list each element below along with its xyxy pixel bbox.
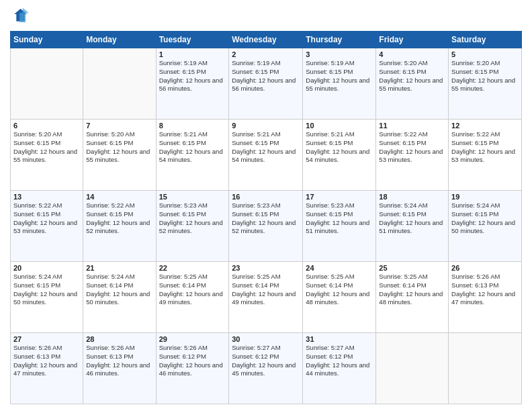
calendar-cell: 17Sunrise: 5:23 AM Sunset: 6:15 PM Dayli…: [303, 191, 376, 262]
calendar-cell: 11Sunrise: 5:22 AM Sunset: 6:15 PM Dayli…: [376, 120, 449, 191]
calendar-cell: 22Sunrise: 5:25 AM Sunset: 6:14 PM Dayli…: [156, 262, 229, 333]
day-number: 11: [379, 122, 445, 130]
calendar-week: 13Sunrise: 5:22 AM Sunset: 6:15 PM Dayli…: [11, 191, 522, 262]
day-number: 1: [159, 50, 226, 58]
day-info: Sunrise: 5:24 AM Sunset: 6:15 PM Dayligh…: [379, 201, 445, 236]
day-info: Sunrise: 5:25 AM Sunset: 6:14 PM Dayligh…: [379, 273, 445, 307]
day-number: 17: [306, 193, 373, 201]
calendar-cell: 7Sunrise: 5:20 AM Sunset: 6:15 PM Daylig…: [83, 120, 156, 191]
calendar-cell: 18Sunrise: 5:24 AM Sunset: 6:15 PM Dayli…: [376, 191, 449, 262]
day-number: 21: [86, 264, 152, 272]
day-number: 5: [451, 50, 519, 58]
calendar-cell: 15Sunrise: 5:23 AM Sunset: 6:15 PM Dayli…: [156, 191, 229, 262]
calendar-cell: 23Sunrise: 5:25 AM Sunset: 6:14 PM Dayli…: [229, 262, 303, 333]
day-info: Sunrise: 5:23 AM Sunset: 6:15 PM Dayligh…: [232, 201, 300, 236]
calendar-cell: 20Sunrise: 5:24 AM Sunset: 6:15 PM Dayli…: [11, 262, 83, 333]
day-number: 14: [86, 193, 152, 201]
page: SundayMondayTuesdayWednesdayThursdayFrid…: [0, 0, 532, 411]
day-number: 23: [232, 264, 300, 272]
day-info: Sunrise: 5:24 AM Sunset: 6:15 PM Dayligh…: [13, 273, 80, 307]
weekday-header: Tuesday: [156, 32, 229, 48]
day-number: 8: [159, 122, 226, 130]
day-number: 9: [232, 122, 300, 130]
calendar-header: SundayMondayTuesdayWednesdayThursdayFrid…: [11, 32, 522, 48]
weekday-header: Friday: [376, 32, 449, 48]
calendar-cell: 12Sunrise: 5:22 AM Sunset: 6:15 PM Dayli…: [449, 120, 522, 191]
day-info: Sunrise: 5:21 AM Sunset: 6:15 PM Dayligh…: [159, 130, 226, 165]
day-info: Sunrise: 5:21 AM Sunset: 6:15 PM Dayligh…: [306, 130, 373, 165]
calendar-cell: 13Sunrise: 5:22 AM Sunset: 6:15 PM Dayli…: [11, 191, 83, 262]
day-info: Sunrise: 5:25 AM Sunset: 6:14 PM Dayligh…: [159, 273, 226, 307]
day-info: Sunrise: 5:25 AM Sunset: 6:14 PM Dayligh…: [306, 273, 373, 307]
calendar-cell: 21Sunrise: 5:24 AM Sunset: 6:14 PM Dayli…: [83, 262, 156, 333]
day-info: Sunrise: 5:26 AM Sunset: 6:13 PM Dayligh…: [451, 273, 519, 307]
calendar-cell: [449, 333, 522, 404]
calendar-cell: 27Sunrise: 5:26 AM Sunset: 6:13 PM Dayli…: [11, 333, 83, 404]
day-info: Sunrise: 5:23 AM Sunset: 6:15 PM Dayligh…: [306, 201, 373, 236]
day-number: 15: [159, 193, 226, 201]
calendar-cell: [376, 333, 449, 404]
header: [10, 7, 522, 26]
day-number: 6: [13, 122, 80, 130]
day-info: Sunrise: 5:19 AM Sunset: 6:15 PM Dayligh…: [232, 59, 300, 93]
day-info: Sunrise: 5:26 AM Sunset: 6:13 PM Dayligh…: [13, 344, 80, 378]
calendar-cell: 28Sunrise: 5:26 AM Sunset: 6:13 PM Dayli…: [83, 333, 156, 404]
day-number: 26: [451, 264, 519, 272]
day-number: 4: [379, 50, 445, 58]
day-info: Sunrise: 5:25 AM Sunset: 6:14 PM Dayligh…: [232, 273, 300, 307]
day-number: 31: [306, 335, 373, 343]
calendar-cell: 26Sunrise: 5:26 AM Sunset: 6:13 PM Dayli…: [449, 262, 522, 333]
day-number: 22: [159, 264, 226, 272]
calendar-cell: 25Sunrise: 5:25 AM Sunset: 6:14 PM Dayli…: [376, 262, 449, 333]
day-number: 13: [13, 193, 80, 201]
calendar-cell: [11, 48, 83, 120]
day-info: Sunrise: 5:27 AM Sunset: 6:12 PM Dayligh…: [232, 344, 300, 378]
calendar-cell: 16Sunrise: 5:23 AM Sunset: 6:15 PM Dayli…: [229, 191, 303, 262]
day-number: 3: [306, 50, 373, 58]
day-number: 16: [232, 193, 300, 201]
day-number: 28: [86, 335, 152, 343]
weekday-header: Thursday: [303, 32, 376, 48]
day-info: Sunrise: 5:21 AM Sunset: 6:15 PM Dayligh…: [232, 130, 300, 165]
day-info: Sunrise: 5:26 AM Sunset: 6:13 PM Dayligh…: [86, 344, 152, 378]
calendar-cell: 24Sunrise: 5:25 AM Sunset: 6:14 PM Dayli…: [303, 262, 376, 333]
day-number: 19: [451, 193, 519, 201]
calendar-cell: 6Sunrise: 5:20 AM Sunset: 6:15 PM Daylig…: [11, 120, 83, 191]
weekday-header: Monday: [83, 32, 156, 48]
calendar-cell: 5Sunrise: 5:20 AM Sunset: 6:15 PM Daylig…: [449, 48, 522, 120]
calendar-week: 27Sunrise: 5:26 AM Sunset: 6:13 PM Dayli…: [11, 333, 522, 404]
calendar-cell: 8Sunrise: 5:21 AM Sunset: 6:15 PM Daylig…: [156, 120, 229, 191]
day-number: 30: [232, 335, 300, 343]
calendar-week: 6Sunrise: 5:20 AM Sunset: 6:15 PM Daylig…: [11, 120, 522, 191]
day-number: 2: [232, 50, 300, 58]
day-info: Sunrise: 5:24 AM Sunset: 6:15 PM Dayligh…: [451, 201, 519, 236]
day-info: Sunrise: 5:20 AM Sunset: 6:15 PM Dayligh…: [379, 59, 445, 93]
day-info: Sunrise: 5:20 AM Sunset: 6:15 PM Dayligh…: [451, 59, 519, 93]
calendar-cell: 4Sunrise: 5:20 AM Sunset: 6:15 PM Daylig…: [376, 48, 449, 120]
day-info: Sunrise: 5:22 AM Sunset: 6:15 PM Dayligh…: [13, 201, 80, 236]
day-info: Sunrise: 5:22 AM Sunset: 6:15 PM Dayligh…: [451, 130, 519, 165]
weekday-header: Saturday: [449, 32, 522, 48]
day-number: 29: [159, 335, 226, 343]
calendar-cell: 3Sunrise: 5:19 AM Sunset: 6:15 PM Daylig…: [303, 48, 376, 120]
logo-icon: [10, 7, 29, 26]
calendar-cell: 1Sunrise: 5:19 AM Sunset: 6:15 PM Daylig…: [156, 48, 229, 120]
calendar-cell: 30Sunrise: 5:27 AM Sunset: 6:12 PM Dayli…: [229, 333, 303, 404]
day-info: Sunrise: 5:19 AM Sunset: 6:15 PM Dayligh…: [159, 59, 226, 93]
day-info: Sunrise: 5:22 AM Sunset: 6:15 PM Dayligh…: [86, 201, 152, 236]
calendar-cell: 9Sunrise: 5:21 AM Sunset: 6:15 PM Daylig…: [229, 120, 303, 191]
day-number: 25: [379, 264, 445, 272]
weekday-header: Sunday: [11, 32, 83, 48]
calendar-week: 20Sunrise: 5:24 AM Sunset: 6:15 PM Dayli…: [11, 262, 522, 333]
day-info: Sunrise: 5:23 AM Sunset: 6:15 PM Dayligh…: [159, 201, 226, 236]
calendar-week: 1Sunrise: 5:19 AM Sunset: 6:15 PM Daylig…: [11, 48, 522, 120]
day-info: Sunrise: 5:19 AM Sunset: 6:15 PM Dayligh…: [306, 59, 373, 93]
weekday-row: SundayMondayTuesdayWednesdayThursdayFrid…: [11, 32, 522, 48]
calendar-body: 1Sunrise: 5:19 AM Sunset: 6:15 PM Daylig…: [11, 48, 522, 404]
day-info: Sunrise: 5:20 AM Sunset: 6:15 PM Dayligh…: [86, 130, 152, 165]
day-number: 18: [379, 193, 445, 201]
day-number: 12: [451, 122, 519, 130]
day-info: Sunrise: 5:20 AM Sunset: 6:15 PM Dayligh…: [13, 130, 80, 165]
calendar-cell: 2Sunrise: 5:19 AM Sunset: 6:15 PM Daylig…: [229, 48, 303, 120]
day-number: 27: [13, 335, 80, 343]
